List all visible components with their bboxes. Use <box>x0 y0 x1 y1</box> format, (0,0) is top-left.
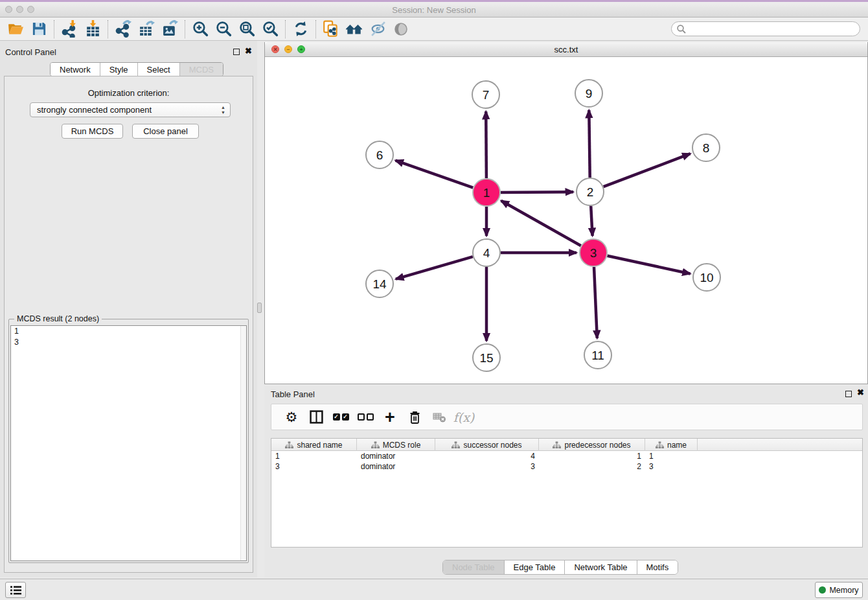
result-line: 3 <box>11 337 246 348</box>
table-panel-tabs: Node TableEdge TableNetwork TableMotifs <box>442 560 678 575</box>
duplicate-network-icon[interactable] <box>319 19 343 40</box>
edge-3-10[interactable] <box>608 256 691 274</box>
network-title: scc.txt <box>265 45 867 54</box>
mcds-result-groupbox: MCDS result (2 nodes) 1 3 <box>8 319 249 563</box>
memory-status-dot <box>819 586 826 594</box>
search-icon <box>676 24 687 34</box>
table-settings-gear-icon[interactable]: ⚙ <box>279 406 304 429</box>
graph-node-4[interactable]: 4 <box>473 239 500 266</box>
control-panel: Control Panel ✖ NetworkStyleSelectMCDS O… <box>0 41 257 577</box>
float-panel-icon[interactable] <box>233 49 240 55</box>
graph-node-6[interactable]: 6 <box>366 141 393 168</box>
add-column-icon[interactable]: + <box>378 406 402 429</box>
svg-text:8: 8 <box>703 141 710 155</box>
window-title: Session: New Session <box>0 5 868 15</box>
close-table-panel-icon[interactable]: ✖ <box>857 387 864 397</box>
task-history-button[interactable] <box>5 582 26 598</box>
float-table-panel-icon[interactable] <box>845 391 852 397</box>
export-image-icon[interactable] <box>158 19 181 40</box>
column-header-successor-nodes[interactable]: successor nodes <box>435 439 539 451</box>
tab-motifs[interactable]: Motifs <box>637 560 678 574</box>
table-row[interactable]: 3dominator323 <box>271 461 862 472</box>
toggle-columns-icon[interactable] <box>304 406 328 429</box>
graph-node-3[interactable]: 3 <box>580 239 607 266</box>
export-network-icon[interactable] <box>111 19 135 40</box>
edge-1-6[interactable] <box>396 161 474 188</box>
run-mcds-button[interactable]: Run MCDS <box>62 124 123 139</box>
tab-mcds[interactable]: MCDS <box>180 63 223 76</box>
zoom-in-icon[interactable] <box>188 19 212 40</box>
eye-icon[interactable] <box>389 19 413 40</box>
edge-3-1[interactable] <box>501 201 581 246</box>
tab-select[interactable]: Select <box>138 63 180 76</box>
column-header-name[interactable]: name <box>645 439 698 451</box>
svg-text:2: 2 <box>587 185 594 199</box>
export-table-icon[interactable] <box>135 19 158 40</box>
refresh-icon[interactable] <box>289 19 312 40</box>
network-view-titlebar[interactable]: ✕ − + scc.txt <box>265 42 867 57</box>
criterion-select[interactable]: strongly connected component ▲▼ <box>30 102 231 117</box>
edge-2-9[interactable] <box>589 110 589 178</box>
graph-node-7[interactable]: 7 <box>472 81 499 108</box>
delete-table-icon-disabled <box>427 406 451 429</box>
edge-4-14[interactable] <box>396 257 473 279</box>
toolbar-separator <box>315 20 316 38</box>
graph-node-8[interactable]: 8 <box>692 134 720 161</box>
criterion-value: strongly connected component <box>37 105 152 115</box>
mcds-result-textarea[interactable]: 1 3 <box>10 325 247 561</box>
graph-node-11[interactable]: 11 <box>584 341 611 369</box>
zoom-fit-icon[interactable] <box>235 19 258 40</box>
table-toolbar: ⚙ ✓✓ + f(x) <box>271 404 863 430</box>
search-input[interactable] <box>671 21 860 36</box>
svg-text:7: 7 <box>483 88 490 102</box>
save-session-icon[interactable] <box>27 19 51 40</box>
tab-node-table[interactable]: Node Table <box>443 560 505 574</box>
graph-node-15[interactable]: 15 <box>473 344 500 371</box>
network-graph-canvas[interactable]: 1234678910111415 <box>265 57 867 383</box>
delete-column-trash-icon[interactable] <box>402 406 427 429</box>
graph-node-14[interactable]: 14 <box>366 270 393 297</box>
hide-details-icon[interactable] <box>366 19 389 40</box>
table-row[interactable]: 1dominator411 <box>271 451 862 461</box>
tab-network[interactable]: Network <box>51 63 100 76</box>
graph-node-10[interactable]: 10 <box>693 264 720 291</box>
column-header-predecessor-nodes[interactable]: predecessor nodes <box>539 439 645 451</box>
zoom-out-icon[interactable] <box>212 19 235 40</box>
mcds-result-title: MCDS result (2 nodes) <box>14 314 102 323</box>
node-table[interactable]: shared nameMCDS rolesuccessor nodesprede… <box>271 438 863 548</box>
home-layout-icon[interactable] <box>343 19 366 40</box>
result-line: 1 <box>11 326 246 337</box>
list-icon <box>10 586 21 595</box>
result-scrollbar[interactable] <box>240 326 246 560</box>
optimization-criterion-label: Optimization criterion: <box>5 88 253 98</box>
svg-text:6: 6 <box>376 148 383 162</box>
open-folder-icon[interactable] <box>4 19 27 40</box>
graph-node-1[interactable]: 1 <box>473 179 500 206</box>
deselect-all-columns-icon[interactable] <box>353 406 378 429</box>
close-panel-button[interactable]: Close panel <box>132 124 199 139</box>
edge-1-2[interactable] <box>501 192 573 192</box>
select-all-columns-icon[interactable]: ✓✓ <box>328 406 353 429</box>
tab-style[interactable]: Style <box>100 63 138 76</box>
toolbar-separator <box>185 20 185 38</box>
tab-network-table[interactable]: Network Table <box>565 560 637 574</box>
import-table-icon[interactable] <box>81 19 104 40</box>
column-header-shared-name[interactable]: shared name <box>271 439 357 451</box>
vertical-splitter-handle[interactable] <box>257 303 262 313</box>
import-network-icon[interactable] <box>58 19 81 40</box>
graph-node-9[interactable]: 9 <box>575 80 602 107</box>
memory-button[interactable]: Memory <box>815 582 863 598</box>
svg-text:11: 11 <box>591 349 604 362</box>
column-header-MCDS-role[interactable]: MCDS role <box>357 439 435 451</box>
toolbar-separator <box>108 20 108 38</box>
edge-2-3[interactable] <box>591 206 592 236</box>
zoom-selected-icon[interactable] <box>258 19 282 40</box>
close-panel-icon[interactable]: ✖ <box>245 46 252 56</box>
edge-1-7[interactable] <box>486 111 486 178</box>
tab-edge-table[interactable]: Edge Table <box>505 560 565 574</box>
edge-3-11[interactable] <box>594 267 597 338</box>
svg-text:3: 3 <box>590 246 597 260</box>
edge-2-8[interactable] <box>604 154 691 187</box>
column-tree-icon <box>371 441 380 449</box>
graph-node-2[interactable]: 2 <box>577 178 604 205</box>
